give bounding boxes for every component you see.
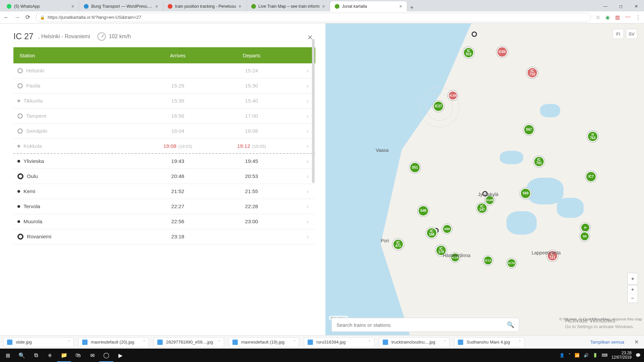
train-marker[interactable]: IC11 [483, 255, 493, 265]
train-marker[interactable]: IC7 [585, 171, 597, 182]
reload-button[interactable]: ⟳ [25, 14, 31, 21]
stop-name: Seinäjoki [26, 128, 47, 134]
download-item[interactable]: maxresdefault (20).jpg˄ [78, 337, 149, 347]
lang-sv-button[interactable]: SV [626, 29, 637, 39]
schedule-row[interactable]: Rovaniemi23:18› [13, 229, 315, 244]
tray-network-icon[interactable]: 📶 [575, 353, 580, 358]
lang-fi-button[interactable]: FI [612, 29, 624, 39]
schedule-row[interactable]: Tampere16:5617:00› [13, 109, 315, 124]
chevron-up-icon[interactable]: ˄ [143, 340, 145, 344]
star-icon[interactable]: ☆ [596, 14, 600, 20]
window-maximize[interactable]: ◻ [613, 1, 629, 11]
train-marker[interactable]: IC65 [496, 46, 508, 58]
download-item[interactable]: roro316394.jpg˄ [304, 337, 374, 347]
download-item[interactable]: trucktraincloudnu....jpg˄ [379, 337, 449, 347]
extension-icon[interactable]: ◉ [605, 14, 610, 20]
browser-tab[interactable]: Bung Transport — WordPress.co× [79, 1, 163, 11]
scrollbar-thumb[interactable] [312, 39, 315, 183]
tray-battery-icon[interactable]: 🔋 [593, 353, 598, 358]
train-marker[interactable]: IC147 [476, 202, 488, 214]
schedule-row[interactable]: Oulu20:4820:53› [13, 169, 315, 184]
download-item[interactable]: slide.jpg˄ [3, 337, 74, 347]
search-button[interactable]: 🔍 [15, 349, 29, 362]
tray-volume-icon[interactable]: 🔊 [584, 353, 589, 358]
schedule-row[interactable]: Seinäjoki18:0418:08› [13, 124, 315, 139]
mail-icon[interactable]: ✉ [85, 349, 99, 362]
chevron-up-icon[interactable]: ˄ [218, 340, 220, 344]
tab-close-icon[interactable]: × [322, 4, 325, 9]
train-marker[interactable]: IC471 [392, 239, 404, 250]
tab-close-icon[interactable]: × [155, 4, 158, 9]
start-button[interactable]: ⊞ [1, 349, 15, 362]
tray-people-icon[interactable]: 👤 [559, 353, 565, 358]
schedule-row[interactable]: Helsinki15:24› [13, 63, 315, 78]
chevron-up-icon[interactable]: ˄ [444, 340, 446, 344]
train-marker[interactable]: H763 [587, 131, 598, 142]
train-marker[interactable]: IC27 [433, 101, 444, 112]
media-icon[interactable]: ▶ [113, 349, 127, 362]
schedule-row[interactable]: Ylivieska19:4319:45› [13, 154, 315, 169]
schedule-row[interactable]: Kemi21:5221:55› [13, 184, 315, 199]
search-box[interactable]: 🔍 [331, 318, 519, 332]
chevron-up-icon[interactable]: ˄ [519, 340, 521, 344]
train-marker[interactable]: S67 [523, 124, 535, 135]
menu-icon[interactable]: ⋮ [636, 14, 641, 20]
train-marker[interactable]: S69 [520, 188, 531, 199]
tab-close-icon[interactable]: × [238, 4, 241, 9]
browser-tab[interactable]: train position tracking - Penelusu× [163, 1, 247, 11]
new-tab-button[interactable]: + [407, 4, 417, 11]
tray-notifications-icon[interactable]: 💬 [636, 353, 641, 358]
train-marker[interactable]: S88 [442, 224, 452, 234]
search-input[interactable] [336, 322, 507, 328]
tab-close-icon[interactable]: × [71, 4, 74, 9]
show-all-downloads[interactable]: Tampilkan semua [590, 340, 628, 345]
train-map[interactable]: IC919IC65IC710IC28IC27S67H763IC701S51IC7… [325, 23, 644, 335]
train-marker[interactable]: S49 [418, 205, 429, 217]
schedule-row[interactable]: Tervola22:2722:28› [13, 199, 315, 214]
train-marker[interactable]: IC186 [426, 227, 437, 239]
zoom-out-button[interactable]: − [628, 294, 638, 303]
schedule-row[interactable]: Pasila15:2915:30› [13, 78, 315, 94]
stop-name: Tampere [26, 113, 46, 119]
tab-close-icon[interactable]: × [399, 4, 402, 9]
zoom-in-button[interactable]: + [628, 285, 638, 294]
address-bar[interactable]: 🔒 https://junatkartalla.vr.fi/?lang=en-U… [36, 13, 591, 22]
window-minimize[interactable]: — [598, 1, 613, 11]
train-marker[interactable]: IC28 [448, 90, 458, 101]
taskbar-clock[interactable]: 23.28 12/07/2019 [611, 351, 632, 360]
search-icon[interactable]: 🔍 [507, 321, 514, 328]
extension-icon-2[interactable]: 〰 [625, 14, 630, 20]
train-marker[interactable]: IC710 [527, 67, 538, 78]
store-icon[interactable]: 🛍 [71, 349, 85, 362]
schedule-row[interactable]: Muurola22:5623:00› [13, 214, 315, 229]
train-marker[interactable]: S51 [409, 162, 421, 173]
train-marker[interactable]: S9 [580, 231, 590, 241]
download-item[interactable]: maxresdefault (19).jpg˄ [229, 337, 299, 347]
chevron-up-icon[interactable]: ˄ [68, 340, 70, 344]
chevron-up-icon[interactable]: ˄ [293, 340, 296, 344]
download-shelf: slide.jpg˄maxresdefault (20).jpg˄2829776… [0, 335, 644, 349]
schedule-row[interactable]: Kokkola19:08(19:03)19:12(19:05)› [13, 139, 315, 154]
train-marker[interactable]: IC919 [463, 47, 474, 58]
pdf-icon[interactable]: ▥ [615, 14, 620, 20]
browser-tab[interactable]: Live Train Map – see train inform× [247, 1, 330, 11]
task-view-button[interactable]: ⧉ [29, 349, 43, 362]
tray-lang-icon[interactable]: ⌨ [602, 353, 607, 358]
chrome-icon[interactable]: ◯ [99, 349, 113, 362]
window-close[interactable]: ✕ [629, 1, 644, 11]
edge-icon[interactable]: e [43, 349, 57, 362]
chevron-up-icon[interactable]: ˄ [369, 340, 371, 344]
locate-me-button[interactable]: ⌖ [627, 273, 638, 285]
download-item[interactable]: 28297761890_e59....jpg˄ [154, 337, 224, 347]
forward-button[interactable]: → [14, 14, 20, 21]
tray-up-icon[interactable]: ˄ [569, 353, 571, 358]
back-button[interactable]: ← [3, 14, 9, 21]
browser-tab[interactable]: (5) WhatsApp× [2, 1, 79, 11]
train-marker[interactable]: IC70 [506, 258, 517, 268]
close-download-shelf[interactable]: ✕ [632, 339, 641, 345]
download-item[interactable]: Sudhanshu Mani 4.jpg˄ [454, 337, 525, 347]
schedule-row[interactable]: Tikkurila15:3915:40› [13, 94, 315, 109]
browser-tab[interactable]: Junat kartalla× [330, 1, 407, 11]
train-marker[interactable]: IC701 [533, 156, 545, 167]
explorer-icon[interactable]: 📁 [57, 349, 71, 362]
